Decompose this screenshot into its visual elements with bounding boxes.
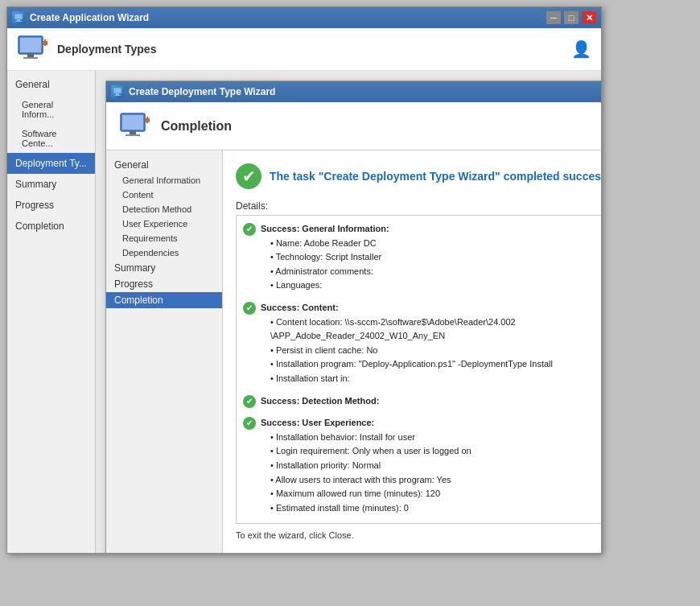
detail-row-detection: ✔ Success: Detection Method:: [243, 394, 601, 409]
details-label: Details:: [236, 200, 601, 212]
app-window: Create Application Wizard ─ □ ✕ Deployme…: [6, 6, 602, 554]
svg-rect-1: [17, 19, 20, 21]
wizard-header: Completion 👤: [106, 102, 601, 150]
exit-note: To exit the wizard, click Close.: [236, 530, 601, 540]
wizard-sidebar-dependencies[interactable]: Dependencies: [106, 245, 222, 260]
sidebar-item-software-center[interactable]: Software Cente...: [7, 124, 95, 153]
detail-row-requirements: ✔ Success: Requirements:: [243, 523, 601, 524]
sidebar-item-summary[interactable]: Summary: [7, 174, 95, 195]
app-titlebar-left: Create Application Wizard: [12, 11, 149, 24]
wizard-header-monitor-icon: [119, 112, 151, 141]
wizard-sidebar-summary[interactable]: Summary: [106, 260, 222, 276]
svg-rect-4: [20, 38, 41, 52]
wizard-header-left: Completion: [119, 112, 232, 141]
svg-rect-2: [15, 21, 22, 22]
detail-row-userexp: ✔ Success: User Experience: • Installati…: [243, 416, 601, 515]
wizard-body: General General Information Content Dete…: [106, 150, 601, 553]
detail-text-userexp: Success: User Experience: • Installation…: [261, 416, 601, 515]
svg-rect-0: [14, 14, 23, 19]
app-header-monitor-icon: [17, 35, 49, 64]
wizard-sidebar-general[interactable]: General: [106, 157, 222, 173]
close-app-button[interactable]: ✕: [582, 11, 596, 24]
svg-rect-6: [23, 57, 38, 59]
app-body: General General Inform... Software Cente…: [7, 71, 601, 553]
sidebar-item-completion[interactable]: Completion: [7, 216, 95, 237]
app-header-person-icon: 👤: [571, 39, 591, 59]
detail-section-detection: ✔ Success: Detection Method:: [243, 394, 601, 409]
app-content: Deployment Types 👤 General General Infor…: [7, 28, 601, 553]
wizard-sidebar-progress[interactable]: Progress: [106, 276, 222, 292]
inner-titlebar: Create Deployment Type Wizard ✕: [106, 81, 601, 102]
detail-text-detection: Success: Detection Method:: [261, 394, 601, 409]
inner-titlebar-left: Create Deployment Type Wizard: [111, 85, 275, 98]
app-header-title: Deployment Types: [57, 43, 156, 56]
svg-rect-10: [116, 93, 119, 95]
wizard-content: ✔ The task "Create Deployment Type Wizar…: [223, 150, 601, 553]
wizard-sidebar-requirements[interactable]: Requirements: [106, 231, 222, 245]
detail-text-content: Success: Content: • Content location: \\…: [261, 301, 601, 386]
app-header-left: Deployment Types: [17, 35, 156, 64]
detail-section-requirements: ✔ Success: Requirements:: [243, 523, 601, 524]
app-titlebar: Create Application Wizard ─ □ ✕: [7, 7, 601, 28]
inner-title-icon: [111, 85, 124, 98]
svg-rect-9: [113, 88, 121, 93]
svg-rect-14: [130, 131, 136, 134]
titlebar-controls: ─ □ ✕: [546, 11, 596, 24]
wizard-header-title: Completion: [161, 119, 232, 134]
detail-text-general: Success: General Information: • Name: Ad…: [261, 222, 601, 293]
sidebar-item-progress[interactable]: Progress: [7, 195, 95, 216]
outer-sidebar: General General Inform... Software Cente…: [7, 71, 96, 553]
outer-main: Create Deployment Type Wizard ✕: [96, 71, 601, 553]
minimize-button[interactable]: ─: [546, 11, 561, 24]
details-scrollbox[interactable]: ✔ Success: General Information: • Name: …: [236, 215, 601, 524]
svg-rect-13: [122, 115, 143, 130]
detail-section-content: ✔ Success: Content: • Content location: …: [243, 301, 601, 386]
detail-section-userexp: ✔ Success: User Experience: • Installati…: [243, 416, 601, 515]
svg-rect-11: [114, 95, 121, 96]
check-icon-userexp: ✔: [243, 417, 256, 430]
success-header: ✔ The task "Create Deployment Type Wizar…: [236, 163, 601, 189]
wizard-sidebar-content[interactable]: Content: [106, 188, 222, 202]
sidebar-item-general[interactable]: General: [7, 74, 95, 95]
detail-section-general: ✔ Success: General Information: • Name: …: [243, 222, 601, 293]
wizard-sidebar-general-info[interactable]: General Information: [106, 173, 222, 188]
maximize-button[interactable]: □: [564, 11, 579, 24]
app-title-text: Create Application Wizard: [30, 12, 149, 23]
success-icon: ✔: [236, 163, 261, 189]
detail-row-content: ✔ Success: Content: • Content location: …: [243, 301, 601, 386]
wizard-sidebar: General General Information Content Dete…: [106, 150, 223, 553]
wizard-sidebar-detection[interactable]: Detection Method: [106, 202, 222, 216]
check-icon-general: ✔: [243, 223, 256, 236]
success-message: The task "Create Deployment Type Wizard"…: [270, 170, 601, 183]
app-title-icon: [12, 11, 25, 24]
svg-rect-5: [27, 54, 34, 57]
app-header: Deployment Types 👤: [7, 28, 601, 71]
inner-title-text: Create Deployment Type Wizard: [129, 86, 275, 97]
svg-rect-17: [146, 117, 148, 123]
check-icon-detection: ✔: [243, 395, 256, 408]
inner-dialog: Create Deployment Type Wizard ✕: [105, 80, 601, 553]
check-icon-content: ✔: [243, 302, 256, 315]
svg-rect-15: [126, 134, 140, 136]
detail-row-general: ✔ Success: General Information: • Name: …: [243, 222, 601, 293]
wizard-sidebar-completion[interactable]: Completion: [106, 292, 222, 308]
svg-rect-8: [44, 39, 46, 46]
detail-text-requirements: Success: Requirements:: [261, 523, 601, 524]
wizard-sidebar-user-exp[interactable]: User Experience: [106, 216, 222, 231]
sidebar-item-general-info[interactable]: General Inform...: [7, 95, 95, 124]
sidebar-item-deployment-types[interactable]: Deployment Ty...: [7, 153, 95, 174]
